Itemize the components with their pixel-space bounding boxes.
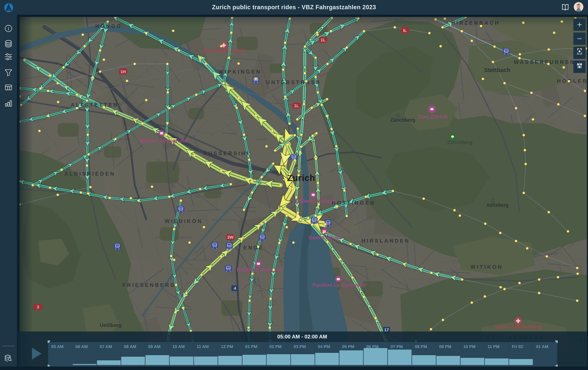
svg-text:AUSSERSIHL: AUSSERSIHL [203, 151, 251, 156]
svg-text:1L: 1L [294, 103, 299, 108]
svg-text:ALTSTETTEN: ALTSTETTEN [71, 102, 118, 108]
svg-text:Zürichberg: Zürichberg [390, 117, 415, 123]
svg-text:Stadtspital Waid: Stadtspital Waid [203, 48, 245, 54]
svg-text:Opera House: Opera House [308, 234, 342, 240]
svg-text:Adlisberg: Adlisberg [486, 202, 508, 208]
svg-text:HÖGLER: HÖGLER [557, 78, 587, 84]
svg-text:WASSERFURREN: WASSERFURREN [514, 59, 575, 65]
svg-text:Zürichberg: Zürichberg [447, 140, 472, 145]
svg-text:WIEDIKON: WIEDIKON [165, 218, 203, 224]
svg-text:1L: 1L [321, 38, 326, 42]
svg-text:3W: 3W [227, 235, 234, 240]
svg-text:Rietberg Museum: Rietberg Museum [237, 267, 282, 272]
svg-text:UNTERSTRASS: UNTERSTRASS [266, 79, 321, 85]
svg-text:WIPKINGEN: WIPKINGEN [218, 69, 262, 75]
svg-text:HOTTINGEN: HOTTINGEN [332, 200, 376, 206]
svg-text:1H: 1H [120, 69, 126, 74]
svg-text:Stadion Letzigrund: Stadion Letzigrund [139, 138, 188, 144]
svg-text:3: 3 [37, 305, 39, 309]
svg-text:ENGE: ENGE [243, 245, 264, 251]
svg-text:Spital Zollikerberg: Spital Zollikerberg [495, 324, 542, 330]
svg-text:HIRSLANDEN: HIRSLANDEN [362, 238, 410, 244]
svg-text:Zurich: Zurich [287, 173, 315, 183]
svg-text:Stettbach: Stettbach [484, 67, 510, 73]
svg-text:Zoo Zürich: Zoo Zürich [418, 113, 448, 120]
svg-text:WITIKON: WITIKON [471, 264, 503, 270]
svg-text:IL: IL [403, 28, 407, 33]
svg-text:Pavillon Le Corbusier: Pavillon Le Corbusier [312, 282, 366, 288]
svg-text:4: 4 [234, 286, 236, 291]
svg-text:Üetliberg: Üetliberg [100, 322, 122, 328]
svg-text:ALBISRIEDEN: ALBISRIEDEN [64, 171, 116, 177]
svg-text:Cabaret Voltaire: Cabaret Voltaire [295, 198, 336, 204]
svg-text:FRIESENBERG: FRIESENBERG [122, 282, 176, 288]
